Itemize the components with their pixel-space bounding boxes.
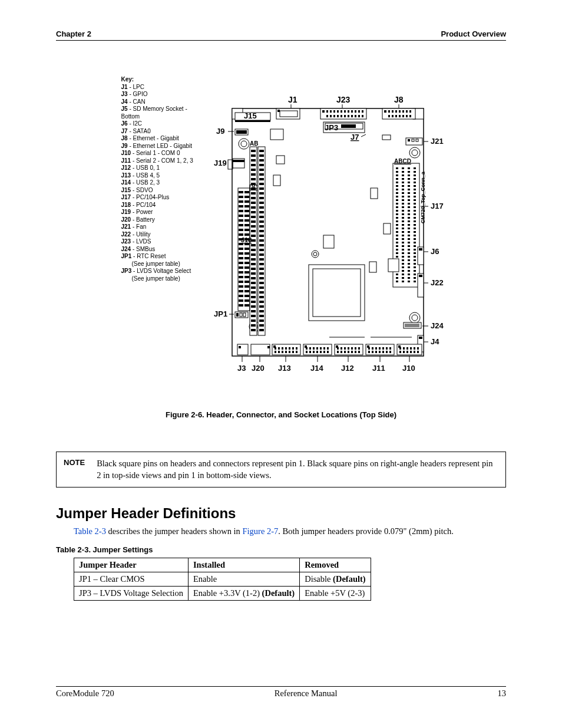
board-svg: J1 J23 J8 J15 J9 AB J19 DC J18 JP1: [211, 76, 441, 394]
svg-rect-28: [341, 124, 356, 128]
key-item: J7 - SATA0: [121, 128, 207, 136]
svg-rect-95: [398, 345, 401, 348]
svg-text:J6: J6: [431, 247, 439, 256]
svg-text:J1: J1: [288, 95, 297, 104]
key-item: J1 - LPC: [121, 84, 207, 91]
svg-rect-91: [273, 345, 276, 348]
link-figure-2-7[interactable]: Figure 2-7: [243, 526, 279, 536]
svg-point-4: [241, 141, 247, 147]
svg-rect-94: [367, 345, 369, 348]
svg-rect-32: [408, 139, 410, 141]
table-caption: Table 2-3. Jumper Settings: [56, 545, 506, 554]
svg-rect-61: [323, 235, 334, 248]
key-item: J21 - Fan: [121, 223, 207, 231]
svg-text:J11: J11: [372, 364, 385, 373]
key-item: JP3 - LVDS Voltage Select: [121, 268, 207, 275]
key-item: J12 - USB 0, 1: [121, 164, 207, 172]
svg-rect-93: [336, 345, 338, 348]
conn-J23: [320, 108, 366, 119]
key-item: JP1 - RTC Reset: [121, 253, 207, 261]
key-item: J14 - USB 2, 3: [121, 179, 207, 187]
svg-rect-71: [419, 337, 422, 339]
conn-J1: [276, 108, 300, 119]
section-heading: Jumper Header Definitions: [56, 505, 506, 522]
key-item: J20 - Battery: [121, 216, 207, 224]
svg-text:J12: J12: [341, 364, 354, 373]
key-item: J15 - SDVO: [121, 187, 207, 195]
svg-text:J19: J19: [214, 159, 227, 167]
key-item: J3 - GPIO: [121, 91, 207, 98]
svg-rect-57: [273, 175, 280, 186]
svg-text:J24: J24: [431, 321, 444, 330]
figure-caption: Figure 2-6. Header, Connector, and Socke…: [56, 410, 506, 419]
note-text: Black square pins on headers and connect…: [97, 458, 498, 481]
svg-text:DC: DC: [249, 184, 257, 190]
key-item: J18 - PC/104: [121, 202, 207, 209]
svg-text:J17: J17: [431, 202, 444, 210]
svg-rect-59: [384, 223, 391, 234]
col-header: Jumper Header: [74, 558, 189, 572]
figure-diagram: Key: J1 - LPCJ3 - GPIOJ4 - CANJ5 - SD Me…: [56, 76, 506, 394]
svg-rect-21: [384, 110, 386, 113]
svg-text:JP1: JP1: [214, 309, 227, 318]
footer-left: CoreModule 720: [56, 689, 114, 699]
svg-point-5: [409, 147, 420, 158]
note-box: NOTE Black square pins on headers and co…: [56, 452, 506, 487]
svg-text:J8: J8: [394, 95, 404, 104]
svg-rect-72: [237, 344, 248, 355]
key-title: Key:: [121, 76, 207, 84]
svg-rect-25: [235, 120, 270, 122]
key-item: J9 - Ethernet LED - Gigabit: [121, 143, 207, 150]
svg-rect-58: [371, 188, 378, 199]
svg-point-6: [412, 150, 418, 156]
key-item: J8 - Ethernet - Gigabit: [121, 135, 207, 143]
table-row: Jumper Header Installed Removed: [74, 558, 371, 572]
key-item: J24 - SMBus: [121, 246, 207, 253]
table-row: JP3 – LVDS Voltage Selection Enable +3.3…: [74, 587, 371, 601]
key-item-note: (See jumper table): [121, 275, 207, 283]
svg-rect-56: [276, 156, 285, 164]
page-footer: CoreModule 720 Reference Manual 13: [56, 686, 506, 699]
svg-point-12: [313, 252, 317, 256]
key-item-note: (See jumper table): [121, 261, 207, 268]
svg-text:JP3: JP3: [325, 123, 338, 132]
svg-text:J3: J3: [237, 364, 246, 373]
svg-rect-69: [405, 324, 419, 327]
svg-text:AB: AB: [250, 140, 258, 147]
svg-rect-45: [236, 313, 239, 317]
key-item: J10 - Serial 1 - COM 0: [121, 150, 207, 157]
header-section: Product Overview: [441, 29, 506, 38]
jumper-table: Jumper Header Installed Removed JP1 – Cl…: [74, 558, 371, 601]
svg-rect-67: [419, 275, 422, 277]
header-chapter: Chapter 2: [56, 29, 91, 38]
svg-rect-92: [305, 345, 307, 348]
svg-rect-79: [239, 346, 241, 348]
svg-text:J20: J20: [252, 364, 265, 373]
svg-text:J9: J9: [216, 127, 224, 136]
svg-point-9: [409, 312, 420, 323]
svg-text:ABCD: ABCD: [394, 158, 411, 164]
svg-rect-62: [388, 259, 399, 272]
svg-text:J14: J14: [310, 364, 323, 373]
col-header: Installed: [188, 558, 299, 572]
svg-rect-63: [382, 135, 391, 140]
svg-text:J15: J15: [244, 111, 257, 120]
key-item: J5 - SD Memory Socket - Bottom: [121, 106, 207, 120]
svg-text:J13: J13: [278, 364, 291, 373]
svg-rect-43: [233, 160, 244, 162]
svg-text:J10: J10: [402, 364, 415, 373]
link-table-2-3[interactable]: Table 2-3: [74, 526, 106, 536]
svg-rect-65: [419, 248, 422, 251]
key-item: J23 - LVDS: [121, 238, 207, 246]
svg-rect-55: [270, 129, 283, 140]
footer-right: 13: [497, 689, 506, 699]
svg-text:CM720_Top_Conn_a: CM720_Top_Conn_a: [420, 171, 426, 223]
col-header: Removed: [300, 558, 371, 572]
svg-rect-16: [320, 108, 366, 119]
key-item: J17 - PC/104-Plus: [121, 194, 207, 202]
svg-rect-73: [251, 344, 270, 355]
footer-center: Reference Manual: [275, 689, 338, 699]
key-item: J22 - Utility: [121, 231, 207, 239]
body-paragraph: Table 2-3 describes the jumper headers s…: [74, 525, 506, 537]
bottom-conns: [237, 344, 422, 355]
